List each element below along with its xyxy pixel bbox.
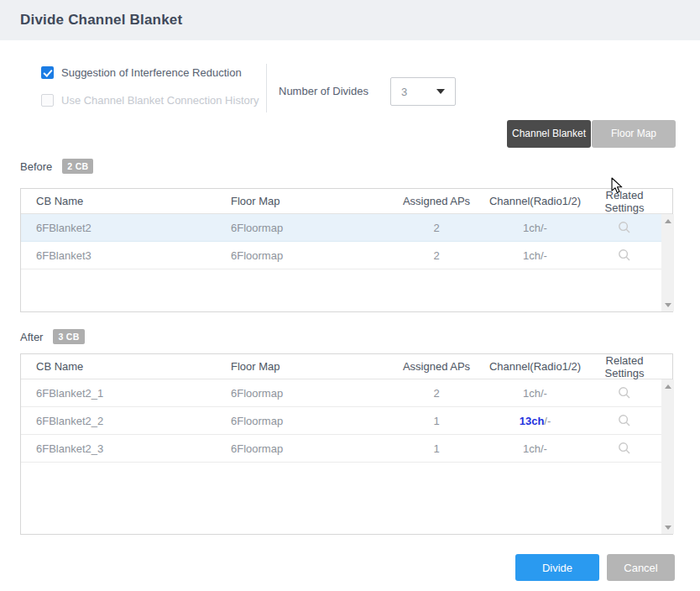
after-table-scrollbar[interactable] [661,379,674,534]
table-row[interactable]: 6FBlanket2 6Floormap 2 1ch/- [21,214,661,242]
column-header-assigned-aps: Assigned APs [390,195,483,207]
column-header-floor-map: Floor Map [231,360,390,373]
channel-value: 1ch [523,387,541,400]
after-table-header: CB Name Floor Map Assigned APs Channel(R… [21,354,672,379]
assigned-aps-cell: 1 [390,415,483,427]
before-label: Before [20,160,52,173]
connection-history-label: Use Channel Blanket Connection History [61,94,259,107]
channel-suffix: /- [544,415,551,427]
before-section-header: Before 2 CB [20,159,93,174]
tab-floor-map[interactable]: Floor Map [592,120,676,148]
channel-suffix: /- [541,387,547,400]
floor-map-cell: 6Floormap [231,442,390,455]
number-of-divides-select[interactable]: 3 [390,77,456,106]
before-table-rows: 6FBlanket2 6Floormap 2 1ch/- 6FBlanket3 … [21,214,661,311]
channel-cell: 1ch/- [483,249,588,262]
table-row[interactable]: 6FBlanket2_3 6Floormap 1 1ch/- [21,435,661,463]
floor-map-cell: 6Floormap [231,222,390,234]
column-header-cb-name: CB Name [21,360,231,373]
channel-suffix: /- [541,249,547,262]
checkbox-checked-icon [41,66,54,79]
channel-cell: 1ch/- [483,387,588,400]
number-of-divides-label: Number of Divides [279,85,368,97]
column-header-floor-map: Floor Map [231,195,390,207]
table-row[interactable]: 6FBlanket3 6Floormap 2 1ch/- [21,242,661,269]
cb-name-cell: 6FBlanket3 [21,249,231,262]
table-row[interactable]: 6FBlanket2_1 6Floormap 2 1ch/- [21,379,661,407]
scroll-up-button[interactable] [661,379,674,393]
related-settings-cell [588,221,661,235]
before-count-badge: 2 CB [62,159,93,174]
cb-name-cell: 6FBlanket2_1 [21,387,231,400]
floor-map-cell: 6Floormap [231,415,390,427]
channel-cell: 1ch/- [483,222,588,234]
column-header-cb-name: CB Name [21,195,231,207]
divide-button[interactable]: Divide [515,554,599,581]
column-header-channel: Channel(Radio1/2) [483,360,588,373]
related-settings-cell [588,248,661,263]
column-header-channel: Channel(Radio1/2) [483,195,588,207]
magnifier-icon[interactable] [618,414,631,427]
scroll-up-icon [665,384,671,389]
floor-map-cell: 6Floormap [231,387,390,400]
table-row[interactable]: 6FBlanket2_2 6Floormap 1 13ch/- [21,407,661,435]
column-header-related-settings: Related Settings [588,189,661,214]
scroll-down-icon [665,303,671,307]
scroll-down-icon [665,526,671,530]
channel-suffix: /- [541,442,547,455]
after-table: CB Name Floor Map Assigned APs Channel(R… [20,353,673,535]
cb-name-cell: 6FBlanket2_3 [21,442,231,455]
connection-history-checkbox[interactable]: Use Channel Blanket Connection History [41,94,259,107]
after-section-header: After 3 CB [20,329,85,344]
before-table-scrollbar[interactable] [661,214,674,311]
scroll-up-button[interactable] [661,214,674,228]
assigned-aps-cell: 2 [390,387,483,400]
magnifier-icon[interactable] [618,386,631,400]
magnifier-icon[interactable] [618,442,631,455]
magnifier-icon[interactable] [618,221,631,234]
column-header-assigned-aps: Assigned APs [390,360,483,373]
cancel-button[interactable]: Cancel [607,554,675,581]
magnifier-icon[interactable] [618,248,631,262]
after-table-body: 6FBlanket2_1 6Floormap 2 1ch/- 6FBlanket… [21,379,672,534]
channel-value-highlighted: 13ch [520,415,545,427]
scroll-down-button[interactable] [661,520,674,534]
assigned-aps-cell: 2 [390,222,483,234]
channel-value: 1ch [523,222,541,234]
channel-cell: 13ch/- [483,415,588,427]
options-panel: Suggestion of Interference Reduction Use… [41,66,259,122]
dialog-header: Divide Channel Blanket [0,0,700,40]
before-table-body: 6FBlanket2 6Floormap 2 1ch/- 6FBlanket3 … [21,214,672,311]
divide-channel-blanket-dialog: Divide Channel Blanket Suggestion of Int… [0,0,700,591]
after-count-badge: 3 CB [53,329,84,344]
assigned-aps-cell: 1 [390,442,483,455]
checkbox-unchecked-icon [41,94,54,107]
dialog-title: Divide Channel Blanket [20,12,182,29]
scroll-down-button[interactable] [661,298,674,311]
options-divider [266,64,267,112]
channel-cell: 1ch/- [483,442,588,455]
related-settings-cell [588,414,661,428]
related-settings-cell [588,442,661,456]
interference-reduction-label: Suggestion of Interference Reduction [61,66,242,79]
before-table-header: CB Name Floor Map Assigned APs Channel(R… [21,189,672,214]
channel-value: 1ch [523,249,541,262]
assigned-aps-cell: 2 [390,249,483,262]
cb-name-cell: 6FBlanket2 [21,222,231,234]
floor-map-cell: 6Floormap [231,249,390,262]
related-settings-cell [588,386,661,400]
tab-channel-blanket[interactable]: Channel Blanket [507,120,591,148]
column-header-related-settings: Related Settings [588,354,661,379]
scroll-up-icon [665,219,671,223]
channel-suffix: /- [541,222,547,234]
interference-reduction-checkbox[interactable]: Suggestion of Interference Reduction [41,66,259,79]
cb-name-cell: 6FBlanket2_2 [21,415,231,427]
number-of-divides-value: 3 [401,86,407,98]
channel-value: 1ch [523,442,541,455]
before-table: CB Name Floor Map Assigned APs Channel(R… [20,188,673,312]
caret-down-icon [436,89,445,94]
after-label: After [20,331,43,343]
after-table-rows: 6FBlanket2_1 6Floormap 2 1ch/- 6FBlanket… [21,379,661,534]
